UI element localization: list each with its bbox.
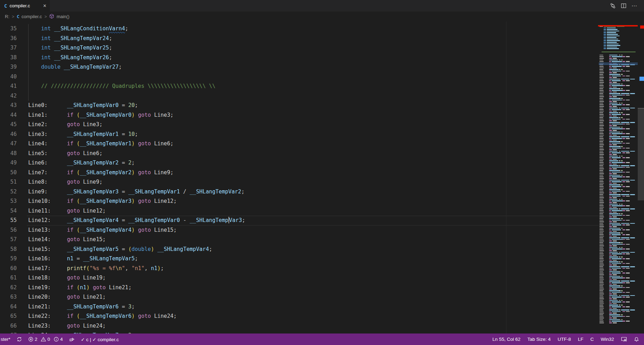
line-number[interactable]: 42 bbox=[0, 91, 17, 101]
code-line[interactable]: 49Line6: __SHLangTempVar2 = 2; bbox=[0, 158, 599, 168]
code-line[interactable]: 62Line19: if (n1) goto Line21; bbox=[0, 283, 599, 293]
minimap-line bbox=[609, 260, 612, 261]
line-number[interactable]: 64 bbox=[0, 302, 17, 312]
line-number[interactable]: 58 bbox=[0, 245, 17, 254]
code-line[interactable]: 66Line23: goto Line24; bbox=[0, 321, 599, 331]
code-line[interactable]: 45Line2: goto Line3; bbox=[0, 120, 599, 130]
code-line[interactable]: 50Line7: if (__SHLangTempVar2) goto Line… bbox=[0, 168, 599, 178]
code-line[interactable]: 53Line10: if (__SHLangTempVar3) goto Lin… bbox=[0, 197, 599, 206]
platform[interactable]: Win32 bbox=[601, 337, 614, 342]
line-number[interactable]: 66 bbox=[0, 321, 17, 331]
code-line[interactable]: 42 bbox=[0, 91, 599, 101]
code-line[interactable]: 55Line12: __SHLangTempVar4 = __SHLangTem… bbox=[0, 216, 599, 225]
breadcrumb-root[interactable]: R: bbox=[5, 14, 9, 19]
minimap-line bbox=[619, 228, 620, 229]
line-number[interactable]: 60 bbox=[0, 264, 17, 274]
overview-cursor-marker bbox=[639, 77, 644, 81]
sync-button[interactable] bbox=[17, 337, 22, 342]
breadcrumb-file[interactable]: compiler.c bbox=[22, 14, 42, 19]
indentation[interactable]: Tab Size: 4 bbox=[527, 337, 551, 342]
line-number[interactable]: 55 bbox=[0, 216, 17, 225]
code-line[interactable]: 39 double __SHLangTempVar27; bbox=[0, 62, 599, 72]
code-line[interactable]: 54Line11: goto Line12; bbox=[0, 206, 599, 216]
line-number[interactable]: 38 bbox=[0, 53, 17, 63]
line-number[interactable]: 56 bbox=[0, 225, 17, 235]
line-number[interactable]: 35 bbox=[0, 24, 17, 34]
line-number[interactable]: 46 bbox=[0, 130, 17, 139]
open-changes-icon[interactable] bbox=[610, 3, 616, 9]
line-number[interactable]: 59 bbox=[0, 254, 17, 264]
breadcrumb-symbol[interactable]: main() bbox=[56, 14, 69, 19]
lint-status[interactable]: ✓ c | ✓ compiler.c bbox=[81, 337, 119, 342]
minimap-line bbox=[599, 196, 604, 197]
minimap[interactable] bbox=[599, 22, 638, 334]
line-number[interactable]: 36 bbox=[0, 34, 17, 44]
line-number[interactable]: 62 bbox=[0, 283, 17, 293]
code-line[interactable]: 67Line24: __SHLangTempVar7 = 2; bbox=[0, 331, 599, 334]
cursor-position[interactable]: Ln 55, Col 62 bbox=[492, 337, 520, 342]
minimap-line bbox=[599, 84, 603, 85]
code-line[interactable]: 58Line15: __SHLangTempVar5 = (double) __… bbox=[0, 245, 599, 254]
code-line[interactable]: 57Line14: goto Line15; bbox=[0, 235, 599, 245]
line-number[interactable]: 45 bbox=[0, 120, 17, 130]
line-number[interactable]: 43 bbox=[0, 101, 17, 110]
code-line[interactable]: 41 // ////////////////// Quadruples \\\\… bbox=[0, 82, 599, 91]
code-line[interactable]: 37 int __SHLangTempVar25; bbox=[0, 43, 599, 53]
code-line[interactable]: 65Line22: if (__SHLangTempVar6) goto Lin… bbox=[0, 312, 599, 321]
branch-indicator[interactable]: ster* bbox=[1, 337, 10, 342]
code-line[interactable]: 56Line13: if (__SHLangTempVar4) goto Lin… bbox=[0, 225, 599, 235]
minimap-line bbox=[609, 215, 611, 216]
code-line[interactable]: 63Line20: goto Line21; bbox=[0, 292, 599, 302]
code-line[interactable]: 60Line17: printf("%s = %f\n", "n1", n1); bbox=[0, 264, 599, 274]
tab-compiler-c[interactable]: C compiler.c × bbox=[0, 0, 50, 12]
code-line[interactable]: 59Line16: n1 = __SHLangTempVar5; bbox=[0, 254, 599, 264]
code-line[interactable]: 52Line9: __SHLangTempVar3 = __SHLangTemp… bbox=[0, 187, 599, 197]
close-tab-icon[interactable]: × bbox=[43, 3, 46, 9]
minimap-line bbox=[612, 196, 621, 197]
code-line[interactable]: 46Line3: __SHLangTempVar1 = 10; bbox=[0, 130, 599, 139]
code-line[interactable]: 61Line18: goto Line19; bbox=[0, 273, 599, 283]
feedback-button[interactable] bbox=[621, 337, 627, 342]
line-number[interactable]: 52 bbox=[0, 187, 17, 197]
minimap-line bbox=[613, 130, 617, 131]
line-number[interactable]: 44 bbox=[0, 110, 17, 120]
notifications-bell[interactable] bbox=[634, 337, 639, 342]
scrollbar-slider[interactable] bbox=[638, 108, 644, 200]
line-number[interactable]: 53 bbox=[0, 197, 17, 206]
line-number[interactable]: 41 bbox=[0, 82, 17, 91]
line-number[interactable]: 54 bbox=[0, 206, 17, 216]
line-number[interactable]: 50 bbox=[0, 168, 17, 178]
line-number[interactable]: 51 bbox=[0, 177, 17, 187]
code-line[interactable]: 48Line5: goto Line6; bbox=[0, 149, 599, 159]
code-line[interactable]: 64Line21: __SHLangTempVar6 = 3; bbox=[0, 302, 599, 312]
code-line[interactable]: 36 int __SHLangTempVar24; bbox=[0, 34, 599, 44]
split-editor-icon[interactable] bbox=[621, 3, 627, 9]
line-number[interactable]: 65 bbox=[0, 312, 17, 321]
code-editor[interactable]: 35 int __SHLangConditionVarn4;36 int __S… bbox=[0, 22, 599, 334]
line-number[interactable]: 47 bbox=[0, 139, 17, 149]
line-number[interactable]: 67 bbox=[0, 331, 17, 334]
code-line[interactable]: 35 int __SHLangConditionVarn4; bbox=[0, 24, 599, 34]
encoding[interactable]: UTF-8 bbox=[558, 337, 571, 342]
line-number[interactable]: 57 bbox=[0, 235, 17, 245]
code-line[interactable]: 40 bbox=[0, 72, 599, 82]
run-code-button[interactable] bbox=[69, 337, 75, 342]
line-number[interactable]: 40 bbox=[0, 72, 17, 82]
code-line[interactable]: 51Line8: goto Line9; bbox=[0, 177, 599, 187]
line-number[interactable]: 49 bbox=[0, 158, 17, 168]
eol-selector[interactable]: LF bbox=[578, 337, 583, 342]
line-number[interactable]: 37 bbox=[0, 43, 17, 53]
scrollbar[interactable] bbox=[638, 22, 644, 334]
code-line[interactable]: 44Line1: if (__SHLangTempVar0) goto Line… bbox=[0, 110, 599, 120]
problems-indicator[interactable]: 204 bbox=[28, 337, 63, 342]
language-mode[interactable]: C bbox=[590, 337, 594, 342]
code-line[interactable]: 43Line0: __SHLangTempVar0 = 20; bbox=[0, 101, 599, 110]
more-actions-icon[interactable]: ⋯ bbox=[631, 2, 638, 9]
line-number[interactable]: 63 bbox=[0, 292, 17, 302]
line-number[interactable]: 39 bbox=[0, 62, 17, 72]
code-line[interactable]: 38 int __SHLangTempVar26; bbox=[0, 53, 599, 63]
line-number[interactable]: 48 bbox=[0, 149, 17, 159]
code-line[interactable]: 47Line4: if (__SHLangTempVar1) goto Line… bbox=[0, 139, 599, 149]
line-number[interactable]: 61 bbox=[0, 273, 17, 283]
code-text: Line5: goto Line6; bbox=[28, 149, 102, 159]
